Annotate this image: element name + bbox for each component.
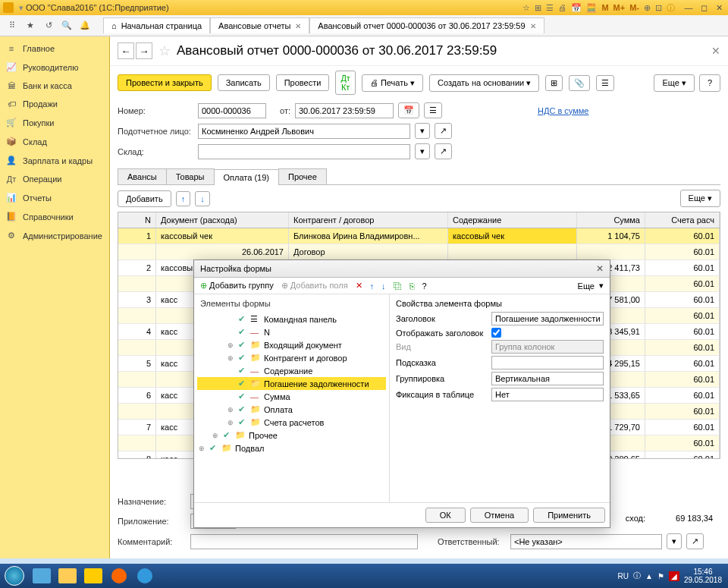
tab-goods[interactable]: Товары	[166, 168, 215, 184]
tree-item[interactable]: ⊕✔📁Оплата	[197, 403, 386, 416]
tree-item[interactable]: ⊕✔📁Прочее	[197, 429, 386, 442]
tab-document[interactable]: Авансовый отчет 0000-000036 от 30.06.201…	[309, 17, 544, 33]
back-button[interactable]: ←	[118, 42, 134, 59]
tree-item[interactable]: ✔—N	[197, 325, 386, 338]
sys-m-plus-icon[interactable]: M+	[613, 3, 626, 12]
date-input[interactable]	[295, 103, 394, 118]
task-firefox[interactable]	[107, 565, 131, 586]
tray-icon[interactable]: ▲	[645, 572, 653, 580]
sidebar-item-hr[interactable]: 👤Зарплата и кадры	[0, 151, 109, 170]
tree-item[interactable]: ✔☰Командная панель	[197, 313, 386, 325]
post-and-close-button[interactable]: Провести и закрыть	[118, 74, 212, 91]
dialog-close-icon[interactable]: ✕	[596, 263, 604, 274]
prop-hint-input[interactable]	[491, 356, 604, 369]
add-row-button[interactable]: Добавить	[118, 190, 171, 207]
tree-item[interactable]: ⊕✔📁Входящий документ	[197, 338, 386, 351]
task-folder[interactable]	[55, 565, 80, 586]
task-ie[interactable]	[133, 565, 157, 586]
sys-icon[interactable]: ☆	[522, 3, 530, 13]
sys-icon[interactable]: 🧮	[586, 3, 597, 13]
col-header-doc[interactable]: Документ (расхода)	[156, 212, 289, 228]
sys-help-icon[interactable]: ⓘ	[667, 2, 675, 14]
apply-button[interactable]: Применить	[533, 508, 605, 523]
sys-icon[interactable]: ⊡	[655, 3, 662, 13]
dropdown-icon[interactable]: ▾	[599, 281, 604, 291]
col-header-n[interactable]: N	[118, 212, 156, 228]
tray-icon[interactable]: ⓘ	[633, 571, 641, 581]
bell-icon[interactable]: 🔔	[77, 18, 93, 33]
record-button[interactable]: Записать	[218, 74, 270, 91]
sidebar-item-operations[interactable]: ДтОперации	[0, 170, 109, 188]
tab-other[interactable]: Прочее	[278, 168, 327, 184]
calendar-button[interactable]: 📅	[398, 102, 419, 118]
cancel-button[interactable]: Отмена	[470, 508, 529, 523]
copy-icon[interactable]: ⿻	[394, 281, 402, 291]
ok-button[interactable]: ОК	[425, 508, 466, 523]
tab-home[interactable]: ⌂ Начальная страница	[103, 17, 210, 33]
dropdown-button[interactable]: ▾	[667, 533, 682, 549]
help-icon[interactable]: ?	[422, 281, 427, 291]
add-fields-button[interactable]: ⊕ Добавить поля	[281, 281, 348, 291]
tree-item[interactable]: ✔—Сумма	[197, 390, 386, 403]
table-row[interactable]: 1кассовый чекБлинкова Ирина Владимировн.…	[118, 228, 720, 244]
open-button[interactable]: ↗	[435, 123, 452, 139]
prop-group-select[interactable]	[491, 372, 604, 385]
help-button[interactable]: ?	[699, 74, 720, 92]
print-button[interactable]: 🖨 Печать ▾	[362, 74, 423, 92]
list-button[interactable]: ☰	[596, 75, 614, 91]
sys-icon[interactable]: ⊞	[535, 3, 541, 13]
table-subrow[interactable]: 26.06.2017Договор60.01	[118, 244, 720, 260]
maximize-icon[interactable]: ◻	[698, 3, 710, 13]
dialog-titlebar[interactable]: Настройка формы ✕	[194, 260, 610, 278]
close-document-icon[interactable]: ✕	[711, 45, 720, 57]
responsible-input[interactable]	[510, 534, 662, 549]
sys-icon[interactable]: 🖨	[558, 3, 566, 12]
sidebar-item-reports[interactable]: 📊Отчеты	[0, 188, 109, 207]
delete-icon[interactable]: ✕	[356, 281, 362, 291]
col-header-sum[interactable]: Сумма	[577, 212, 645, 228]
tab-close-icon[interactable]: ✕	[295, 22, 301, 30]
tree-item[interactable]: ⊕✔📁Подвал	[197, 442, 386, 454]
move-down-button[interactable]: ↓	[195, 191, 210, 206]
more-button[interactable]: Еще ▾	[654, 74, 694, 92]
favorite-icon[interactable]: ☆	[158, 42, 171, 59]
col-header-contractor[interactable]: Контрагент / договор	[289, 212, 448, 228]
sidebar-item-main[interactable]: ≡Главное	[0, 39, 109, 58]
task-explorer[interactable]	[30, 565, 54, 586]
tray-av-icon[interactable]: ◢	[669, 571, 679, 581]
tree-item[interactable]: ⊕✔📁Контрагент и договор	[197, 351, 386, 364]
forward-button[interactable]: →	[136, 42, 152, 59]
minimize-icon[interactable]: —	[682, 3, 695, 13]
col-header-content[interactable]: Содержание	[448, 212, 577, 228]
open-button[interactable]: ↗	[686, 533, 704, 549]
number-input[interactable]	[198, 103, 266, 118]
tab-close-icon[interactable]: ✕	[530, 22, 536, 30]
sys-m-minus-icon[interactable]: M-	[629, 3, 639, 12]
tab-payment[interactable]: Оплата (19)	[214, 169, 279, 185]
paste-icon[interactable]: ⎘	[410, 281, 415, 291]
task-1c[interactable]	[81, 565, 105, 586]
tree-item[interactable]: ⊕✔📁Счета расчетов	[197, 416, 386, 429]
prop-show-checkbox[interactable]	[491, 328, 501, 338]
add-group-button[interactable]: ⊕ Добавить группу	[200, 281, 274, 291]
create-based-button[interactable]: Создать на основании ▾	[429, 74, 539, 92]
clock[interactable]: 15:46 29.05.2018	[684, 568, 722, 584]
attach-button[interactable]: 📎	[569, 75, 590, 91]
warehouse-input[interactable]	[198, 144, 410, 159]
sidebar-item-warehouse[interactable]: 📦Склад	[0, 132, 109, 151]
dtk-button[interactable]: ДтКт	[335, 71, 356, 95]
sidebar-item-manager[interactable]: 📈Руководителю	[0, 58, 109, 77]
lang-indicator[interactable]: RU	[618, 572, 629, 580]
sidebar-item-admin[interactable]: ⚙Администрирование	[0, 226, 109, 245]
more-button[interactable]: Еще ▾	[680, 190, 720, 207]
sidebar-item-sales[interactable]: 🏷Продажи	[0, 95, 109, 113]
sys-icon[interactable]: ⊕	[644, 3, 651, 13]
prop-fix-select[interactable]	[491, 388, 604, 401]
move-down-icon[interactable]: ↓	[381, 281, 386, 291]
more-button[interactable]: Еще	[578, 281, 595, 291]
move-up-button[interactable]: ↑	[176, 191, 191, 206]
search-icon[interactable]: 🔍	[59, 18, 74, 33]
history-icon[interactable]: ↺	[41, 18, 56, 33]
comment-input[interactable]	[190, 534, 418, 549]
apps-icon[interactable]: ⠿	[5, 18, 20, 33]
